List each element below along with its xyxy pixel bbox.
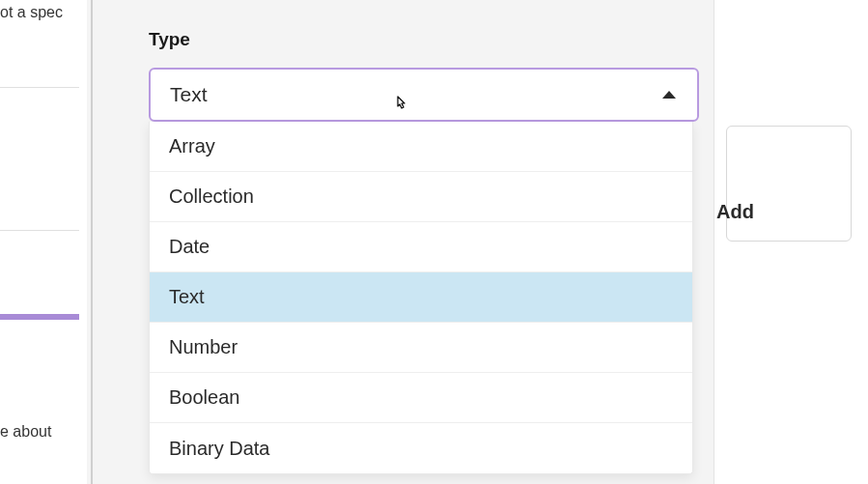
type-select-wrapper: Text ArrayCollectionDateTextNumberBoolea… — [149, 68, 699, 122]
modal-right-edge — [714, 0, 868, 484]
truncated-text-bottom: e about — [0, 423, 51, 441]
type-option-array[interactable]: Array — [150, 122, 692, 172]
type-option-binary-data[interactable]: Binary Data — [150, 423, 692, 473]
truncated-text-top: ot a spec — [0, 4, 63, 21]
accent-bar — [0, 314, 79, 320]
left-sidebar-fragment: ot a spec e about — [0, 0, 87, 484]
main-form-panel: Add Type Text ArrayCollectionDateTextNum… — [93, 0, 868, 484]
type-select-value: Text — [170, 83, 208, 106]
type-option-collection[interactable]: Collection — [150, 172, 692, 222]
divider — [0, 87, 79, 88]
type-option-text[interactable]: Text — [150, 272, 692, 323]
type-dropdown-list: ArrayCollectionDateTextNumberBooleanBina… — [149, 122, 693, 474]
type-option-date[interactable]: Date — [150, 222, 692, 272]
type-option-number[interactable]: Number — [150, 323, 692, 373]
type-option-boolean[interactable]: Boolean — [150, 373, 692, 423]
type-select[interactable]: Text — [149, 68, 699, 122]
add-button-label[interactable]: Add — [716, 201, 754, 223]
partial-box — [726, 126, 852, 242]
caret-up-icon — [662, 91, 676, 99]
divider — [0, 230, 79, 231]
